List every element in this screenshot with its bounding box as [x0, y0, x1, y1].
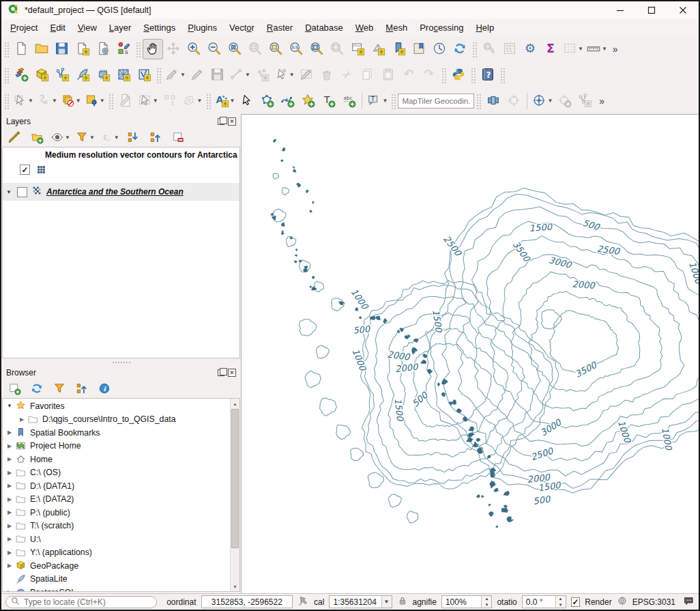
expand-arrow-icon[interactable]: ▼ [5, 403, 14, 409]
menu-raster[interactable]: Raster [261, 20, 299, 35]
vertex-tool-button[interactable]: ▼ [272, 65, 296, 85]
coordinate-input[interactable]: 3152853, -2596522 [201, 595, 293, 608]
close-button[interactable] [667, 1, 699, 19]
expand-arrow-icon[interactable]: ▶ [5, 443, 14, 449]
crs-globe-icon[interactable] [617, 595, 628, 608]
add-group-button[interactable] [27, 128, 47, 148]
select-by-value-button[interactable]: ▼ [83, 91, 106, 111]
measure-button[interactable]: ▼ [585, 39, 609, 59]
chevron-down-icon[interactable]: ▼ [381, 596, 392, 608]
browser-item-e-data2[interactable]: ▶E:\ (DATA2) [3, 493, 239, 507]
menu-settings[interactable]: Settings [137, 20, 181, 35]
new-map-view-button[interactable] [347, 39, 368, 59]
select-freehand-button[interactable]: ▼ [35, 91, 59, 111]
toggle-editing-button[interactable] [187, 65, 207, 85]
layer-item-contours[interactable]: Medium resolution vector contours for An… [3, 147, 239, 183]
pan-map-button[interactable] [143, 39, 163, 59]
browser-item-project-home[interactable]: ▶Project Home [3, 440, 239, 453]
save-project-button[interactable] [52, 39, 72, 59]
add-line-button[interactable] [277, 91, 297, 111]
add-text-button[interactable]: T [318, 91, 338, 111]
select-rectangle-button[interactable]: ▼ [11, 91, 35, 111]
browser-item-geopackage[interactable]: ▶GeoPackage [3, 559, 239, 573]
open-attribute-table-button[interactable]: ▼ [561, 39, 585, 59]
browser-item-spatial-bookmarks[interactable]: ▶Spatial Bookmarks [3, 426, 239, 440]
browser-item-home[interactable]: ▶Home [3, 453, 239, 466]
expand-arrow-icon[interactable]: ▶ [5, 456, 14, 462]
new-project-button[interactable] [11, 39, 31, 59]
browser-item-u[interactable]: ▶U:\ [3, 532, 239, 546]
redo-button[interactable]: ↷ [419, 65, 439, 85]
toolbar-overflow[interactable]: » [599, 96, 604, 106]
add-polygon-button[interactable] [257, 91, 277, 111]
scroll-up-icon[interactable]: ▲ [231, 399, 239, 408]
help-contents-button[interactable]: ? [478, 65, 498, 85]
expand-arrow-icon[interactable]: ▶ [5, 429, 14, 436]
digitize-segment-button[interactable]: ▼ [228, 65, 252, 85]
layer-expand-arrow[interactable]: ▼ [6, 189, 13, 195]
style-manager-button[interactable]: a [113, 39, 134, 59]
expand-arrow-icon[interactable]: ▶ [5, 589, 14, 591]
properties-button[interactable]: i [94, 379, 115, 399]
messages-icon[interactable] [683, 595, 695, 609]
browser-item-d-data1[interactable]: ▶D:\ (DATA1) [3, 479, 239, 493]
maptiler-tiles-button[interactable] [483, 91, 504, 111]
menu-web[interactable]: Web [349, 20, 380, 35]
zoom-in-button[interactable] [184, 39, 204, 59]
locate-input[interactable] [24, 597, 151, 607]
maptiler-geocoding-input[interactable] [398, 94, 474, 109]
expand-arrow-icon[interactable]: ▶ [5, 536, 14, 542]
menu-mesh[interactable]: Mesh [379, 20, 413, 35]
scale-combo[interactable]: 1:35631204 ▼ [329, 595, 392, 608]
maximize-button[interactable] [636, 1, 667, 19]
new-gpx-layer-button[interactable] [134, 65, 154, 85]
form-annotation-button[interactable] [115, 91, 136, 111]
show-spatial-bookmarks-button[interactable] [409, 39, 429, 59]
browser-item-y-applications[interactable]: ▶Y:\ (applications) [3, 546, 239, 560]
locate-box[interactable] [5, 596, 157, 608]
menu-plugins[interactable]: Plugins [181, 20, 223, 35]
zoom-native-button[interactable]: 1:1 [286, 39, 306, 59]
new-spatial-bookmark-button[interactable] [388, 39, 409, 59]
paste-features-button[interactable] [378, 65, 398, 85]
browser-item-t-scratch[interactable]: ▶T:\ (scratch) [3, 520, 239, 533]
menu-processing[interactable]: Processing [413, 20, 469, 35]
layer-checkbox[interactable] [17, 187, 27, 197]
filter-expression-button[interactable]: εx▼ [98, 128, 121, 148]
manage-map-themes-button[interactable]: ▼ [49, 128, 72, 148]
expand-arrow-icon[interactable]: ▶ [5, 509, 14, 515]
add-circular-string-button[interactable] [252, 65, 272, 85]
render-checkbox[interactable] [571, 597, 581, 607]
browser-item-favorites[interactable]: ▼Favorites [3, 399, 239, 413]
add-abc-button[interactable]: abc [338, 91, 359, 111]
open-project-button[interactable] [31, 39, 52, 59]
menu-project[interactable]: Project [4, 20, 44, 35]
modify-attributes-button[interactable] [296, 65, 317, 85]
text-annotation-button[interactable]: T▼ [365, 91, 389, 111]
browser-item-p-public[interactable]: ▶P:\ (public) [3, 506, 239, 520]
layer-labeling-button[interactable]: A▼ [213, 91, 237, 111]
pan-to-selection-button[interactable] [163, 39, 184, 59]
scroll-down-icon[interactable]: ▼ [231, 582, 239, 591]
magnifier-spin[interactable]: 100% ▲▼ [441, 595, 493, 608]
new-virtual-layer-button[interactable] [93, 65, 113, 85]
extents-toggle-icon[interactable] [297, 595, 309, 609]
layer-item-basemap[interactable]: ▼ Antarctica and the Southern Ocean [3, 183, 239, 201]
menu-help[interactable]: Help [469, 20, 500, 35]
zoom-next-button[interactable] [327, 39, 347, 59]
browser-item-d-qgis-course-intro-to-qgis-data[interactable]: ▶D:\qgis_course\Intro_to_QGIS_data [3, 413, 239, 427]
new-print-layout-button[interactable] [72, 39, 93, 59]
zoom-to-selection-button[interactable] [245, 39, 265, 59]
scrollbar-thumb[interactable] [231, 409, 239, 548]
zoom-last-button[interactable] [306, 39, 327, 59]
filter-browser-button[interactable] [49, 379, 70, 399]
layers-float-icon[interactable] [218, 118, 224, 125]
grid-decoration-button[interactable] [574, 91, 595, 111]
cut-features-button[interactable]: ✂ [337, 65, 358, 85]
layer-checkbox[interactable] [20, 165, 30, 175]
menu-edit[interactable]: Edit [44, 20, 71, 35]
undo-button[interactable]: ↶ [398, 65, 419, 85]
layers-close-icon[interactable]: ✕ [228, 117, 236, 126]
delete-selected-button[interactable] [317, 65, 337, 85]
refresh-browser-button[interactable] [27, 379, 47, 399]
